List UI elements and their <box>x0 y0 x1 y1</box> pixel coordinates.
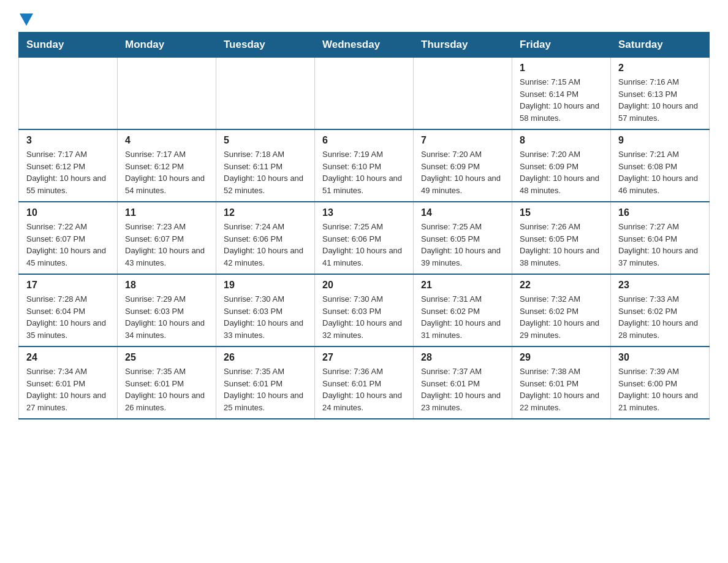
day-info: Sunrise: 7:31 AM Sunset: 6:02 PM Dayligh… <box>421 293 504 341</box>
calendar-cell: 8Sunrise: 7:20 AM Sunset: 6:09 PM Daylig… <box>512 129 611 202</box>
calendar-cell <box>216 58 315 130</box>
day-number: 9 <box>618 135 702 146</box>
calendar-cell: 11Sunrise: 7:23 AM Sunset: 6:07 PM Dayli… <box>118 202 216 274</box>
day-info: Sunrise: 7:25 AM Sunset: 6:06 PM Dayligh… <box>322 221 406 269</box>
calendar-cell: 14Sunrise: 7:25 AM Sunset: 6:05 PM Dayli… <box>414 202 512 274</box>
day-info: Sunrise: 7:27 AM Sunset: 6:04 PM Dayligh… <box>618 221 702 269</box>
calendar-week-row: 1Sunrise: 7:15 AM Sunset: 6:14 PM Daylig… <box>19 58 710 130</box>
day-info: Sunrise: 7:39 AM Sunset: 6:00 PM Dayligh… <box>618 366 702 413</box>
logo <box>18 12 36 26</box>
day-number: 15 <box>520 207 603 218</box>
day-number: 21 <box>421 280 504 291</box>
calendar-cell <box>118 58 216 130</box>
calendar-cell <box>315 58 414 130</box>
calendar-cell: 15Sunrise: 7:26 AM Sunset: 6:05 PM Dayli… <box>512 202 611 274</box>
day-info: Sunrise: 7:29 AM Sunset: 6:03 PM Dayligh… <box>125 293 208 341</box>
calendar-cell: 7Sunrise: 7:20 AM Sunset: 6:09 PM Daylig… <box>414 129 512 202</box>
calendar-cell <box>414 58 512 130</box>
day-number: 18 <box>125 280 208 291</box>
logo-triangle-icon <box>20 13 33 26</box>
calendar-week-row: 17Sunrise: 7:28 AM Sunset: 6:04 PM Dayli… <box>19 274 710 347</box>
calendar-cell: 27Sunrise: 7:36 AM Sunset: 6:01 PM Dayli… <box>315 347 414 419</box>
day-number: 28 <box>421 352 504 363</box>
day-info: Sunrise: 7:17 AM Sunset: 6:12 PM Dayligh… <box>26 148 110 196</box>
day-info: Sunrise: 7:20 AM Sunset: 6:09 PM Dayligh… <box>421 148 504 196</box>
day-number: 6 <box>322 135 406 146</box>
day-info: Sunrise: 7:18 AM Sunset: 6:11 PM Dayligh… <box>224 148 307 196</box>
calendar-week-row: 24Sunrise: 7:34 AM Sunset: 6:01 PM Dayli… <box>19 347 710 419</box>
calendar-cell: 19Sunrise: 7:30 AM Sunset: 6:03 PM Dayli… <box>216 274 315 347</box>
calendar-cell: 2Sunrise: 7:16 AM Sunset: 6:13 PM Daylig… <box>611 58 710 130</box>
day-number: 30 <box>618 352 702 363</box>
weekday-header-thursday: Thursday <box>414 33 512 58</box>
calendar-cell <box>19 58 118 130</box>
day-info: Sunrise: 7:23 AM Sunset: 6:07 PM Dayligh… <box>125 221 208 269</box>
page-header <box>18 12 710 26</box>
calendar-cell: 18Sunrise: 7:29 AM Sunset: 6:03 PM Dayli… <box>118 274 216 347</box>
calendar-cell: 10Sunrise: 7:22 AM Sunset: 6:07 PM Dayli… <box>19 202 118 274</box>
calendar-cell: 29Sunrise: 7:38 AM Sunset: 6:01 PM Dayli… <box>512 347 611 419</box>
day-info: Sunrise: 7:22 AM Sunset: 6:07 PM Dayligh… <box>26 221 110 269</box>
day-info: Sunrise: 7:15 AM Sunset: 6:14 PM Dayligh… <box>520 76 603 124</box>
day-number: 14 <box>421 207 504 218</box>
calendar-cell: 9Sunrise: 7:21 AM Sunset: 6:08 PM Daylig… <box>611 129 710 202</box>
day-info: Sunrise: 7:37 AM Sunset: 6:01 PM Dayligh… <box>421 366 504 413</box>
weekday-header-sunday: Sunday <box>19 33 118 58</box>
calendar-cell: 5Sunrise: 7:18 AM Sunset: 6:11 PM Daylig… <box>216 129 315 202</box>
calendar-cell: 3Sunrise: 7:17 AM Sunset: 6:12 PM Daylig… <box>19 129 118 202</box>
day-info: Sunrise: 7:38 AM Sunset: 6:01 PM Dayligh… <box>520 366 603 413</box>
day-number: 3 <box>26 135 110 146</box>
day-number: 19 <box>224 280 307 291</box>
day-info: Sunrise: 7:20 AM Sunset: 6:09 PM Dayligh… <box>520 148 603 196</box>
day-info: Sunrise: 7:28 AM Sunset: 6:04 PM Dayligh… <box>26 293 110 341</box>
weekday-header-friday: Friday <box>512 33 611 58</box>
day-number: 5 <box>224 135 307 146</box>
day-info: Sunrise: 7:30 AM Sunset: 6:03 PM Dayligh… <box>224 293 307 341</box>
day-number: 2 <box>618 63 702 74</box>
calendar-cell: 6Sunrise: 7:19 AM Sunset: 6:10 PM Daylig… <box>315 129 414 202</box>
day-info: Sunrise: 7:25 AM Sunset: 6:05 PM Dayligh… <box>421 221 504 269</box>
day-number: 17 <box>26 280 110 291</box>
calendar-cell: 13Sunrise: 7:25 AM Sunset: 6:06 PM Dayli… <box>315 202 414 274</box>
day-info: Sunrise: 7:19 AM Sunset: 6:10 PM Dayligh… <box>322 148 406 196</box>
weekday-header-tuesday: Tuesday <box>216 33 315 58</box>
weekday-header-monday: Monday <box>118 33 216 58</box>
calendar-cell: 20Sunrise: 7:30 AM Sunset: 6:03 PM Dayli… <box>315 274 414 347</box>
day-number: 7 <box>421 135 504 146</box>
weekday-header-saturday: Saturday <box>611 33 710 58</box>
calendar-cell: 30Sunrise: 7:39 AM Sunset: 6:00 PM Dayli… <box>611 347 710 419</box>
day-number: 11 <box>125 207 208 218</box>
day-number: 25 <box>125 352 208 363</box>
day-info: Sunrise: 7:30 AM Sunset: 6:03 PM Dayligh… <box>322 293 406 341</box>
calendar-cell: 16Sunrise: 7:27 AM Sunset: 6:04 PM Dayli… <box>611 202 710 274</box>
day-info: Sunrise: 7:35 AM Sunset: 6:01 PM Dayligh… <box>224 366 307 413</box>
day-number: 26 <box>224 352 307 363</box>
calendar-cell: 17Sunrise: 7:28 AM Sunset: 6:04 PM Dayli… <box>19 274 118 347</box>
day-info: Sunrise: 7:33 AM Sunset: 6:02 PM Dayligh… <box>618 293 702 341</box>
calendar-cell: 24Sunrise: 7:34 AM Sunset: 6:01 PM Dayli… <box>19 347 118 419</box>
day-info: Sunrise: 7:17 AM Sunset: 6:12 PM Dayligh… <box>125 148 208 196</box>
day-info: Sunrise: 7:24 AM Sunset: 6:06 PM Dayligh… <box>224 221 307 269</box>
day-info: Sunrise: 7:32 AM Sunset: 6:02 PM Dayligh… <box>520 293 603 341</box>
day-number: 1 <box>520 63 603 74</box>
calendar-cell: 1Sunrise: 7:15 AM Sunset: 6:14 PM Daylig… <box>512 58 611 130</box>
day-info: Sunrise: 7:36 AM Sunset: 6:01 PM Dayligh… <box>322 366 406 413</box>
day-number: 27 <box>322 352 406 363</box>
calendar-header: SundayMondayTuesdayWednesdayThursdayFrid… <box>19 33 710 58</box>
day-number: 29 <box>520 352 603 363</box>
calendar-cell: 26Sunrise: 7:35 AM Sunset: 6:01 PM Dayli… <box>216 347 315 419</box>
day-info: Sunrise: 7:21 AM Sunset: 6:08 PM Dayligh… <box>618 148 702 196</box>
day-number: 10 <box>26 207 110 218</box>
day-number: 23 <box>618 280 702 291</box>
weekday-header-row: SundayMondayTuesdayWednesdayThursdayFrid… <box>19 33 710 58</box>
day-number: 22 <box>520 280 603 291</box>
day-info: Sunrise: 7:34 AM Sunset: 6:01 PM Dayligh… <box>26 366 110 413</box>
day-number: 24 <box>26 352 110 363</box>
calendar-table: SundayMondayTuesdayWednesdayThursdayFrid… <box>18 32 710 419</box>
day-info: Sunrise: 7:16 AM Sunset: 6:13 PM Dayligh… <box>618 76 702 124</box>
calendar-cell: 12Sunrise: 7:24 AM Sunset: 6:06 PM Dayli… <box>216 202 315 274</box>
calendar-cell: 25Sunrise: 7:35 AM Sunset: 6:01 PM Dayli… <box>118 347 216 419</box>
day-info: Sunrise: 7:26 AM Sunset: 6:05 PM Dayligh… <box>520 221 603 269</box>
svg-marker-0 <box>20 13 33 26</box>
calendar-cell: 28Sunrise: 7:37 AM Sunset: 6:01 PM Dayli… <box>414 347 512 419</box>
